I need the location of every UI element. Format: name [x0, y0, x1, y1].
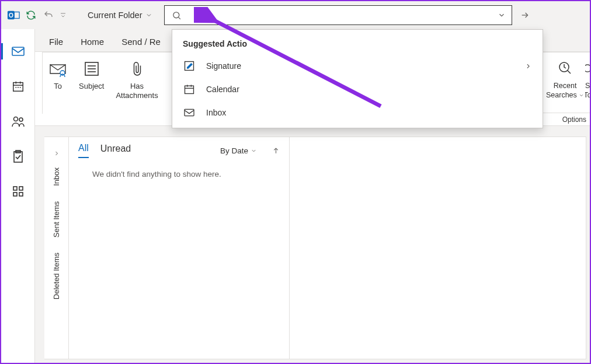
svg-rect-28: [19, 187, 23, 190]
recent-search-icon: [558, 58, 573, 79]
search-suggestions-dropdown: Suggested Actio Signature Calendar Inbox: [172, 29, 543, 128]
main-panes: Inbox Sent Items Deleted Items All Unrea…: [35, 128, 590, 363]
tab-file[interactable]: File: [47, 32, 65, 51]
svg-point-4: [173, 12, 179, 18]
svg-rect-16: [13, 83, 23, 92]
sort-button[interactable]: By Date: [220, 146, 257, 155]
suggestion-label: Calendar: [206, 85, 239, 94]
ribbon-has-attachments-button[interactable]: Has Attachments: [110, 56, 164, 114]
sync-button[interactable]: [22, 6, 40, 24]
svg-rect-30: [19, 192, 23, 196]
svg-rect-37: [185, 109, 194, 116]
chevron-down-icon: [251, 148, 257, 154]
calendar-icon: [12, 80, 25, 93]
sort-label: By Date: [220, 146, 248, 155]
svg-rect-29: [13, 192, 17, 196]
search-area: [164, 5, 536, 25]
search-scope-label: Current Folder: [88, 10, 142, 20]
filter-unread[interactable]: Unread: [100, 144, 131, 158]
folder-inbox[interactable]: Inbox: [52, 167, 61, 186]
svg-rect-15: [12, 47, 24, 55]
suggestion-inbox[interactable]: Inbox: [172, 101, 543, 124]
signature-icon: [183, 60, 196, 72]
search-box[interactable]: [164, 5, 512, 25]
svg-text:O: O: [9, 12, 13, 19]
rail-people-button[interactable]: [6, 112, 30, 131]
message-list-pane: All Unread By Date We didn't find anythi…: [69, 136, 290, 359]
rail-more-apps-button[interactable]: [6, 182, 30, 201]
svg-point-14: [585, 65, 590, 72]
ribbon-subject-label: Subject: [79, 82, 104, 91]
svg-point-24: [19, 118, 23, 121]
svg-rect-27: [13, 187, 17, 190]
rail-calendar-button[interactable]: [6, 77, 30, 96]
search-input[interactable]: [188, 6, 492, 24]
tab-home[interactable]: Home: [78, 32, 106, 51]
ribbon-recent-searches-label: Recent Searches: [546, 81, 584, 100]
ribbon-search-tools-label: S To: [585, 81, 590, 100]
outlook-logo-icon: O: [5, 6, 22, 24]
rail-tasks-button[interactable]: [6, 147, 30, 166]
ribbon-recent-searches-button[interactable]: Recent Searches: [543, 55, 585, 113]
calendar-icon: [183, 83, 196, 95]
envelope-person-icon: [48, 58, 67, 79]
mail-icon: [11, 46, 25, 57]
people-icon: [11, 115, 25, 128]
svg-line-13: [568, 71, 571, 74]
folder-sent-items[interactable]: Sent Items: [52, 201, 61, 237]
rail-mail-button[interactable]: [6, 42, 30, 61]
ribbon-right-group: Recent Searches S To Options: [542, 52, 590, 125]
svg-rect-2: [14, 12, 19, 19]
message-list-header: All Unread By Date: [69, 137, 289, 164]
ribbon-search-tools-button[interactable]: S To: [585, 55, 590, 113]
chevron-down-icon: [145, 12, 152, 19]
ribbon-subject-button[interactable]: Subject: [73, 56, 110, 114]
svg-rect-33: [185, 86, 194, 93]
suggestion-label: Signature: [206, 61, 241, 71]
mail-icon: [183, 108, 196, 117]
app-grid-icon: [12, 186, 24, 197]
tools-icon: [585, 58, 590, 79]
undo-button[interactable]: [40, 6, 57, 24]
suggestion-label: Inbox: [206, 108, 226, 117]
search-submit-button[interactable]: [514, 5, 536, 25]
search-scope-button[interactable]: Current Folder: [81, 6, 159, 24]
suggestion-signature[interactable]: Signature: [172, 54, 543, 78]
ribbon-options-label[interactable]: Options: [543, 113, 590, 125]
suggestion-calendar[interactable]: Calendar: [172, 78, 543, 101]
expand-folders-button[interactable]: [53, 150, 60, 157]
svg-point-23: [13, 117, 18, 121]
folder-minibar: Inbox Sent Items Deleted Items: [44, 136, 69, 359]
subject-lines-icon: [84, 58, 100, 79]
ribbon-has-attachments-label: Has Attachments: [116, 82, 158, 100]
chevron-right-icon: [524, 62, 532, 70]
empty-message: We didn't find anything to show here.: [69, 164, 289, 184]
titlebar: O Current Folder: [1, 1, 590, 29]
folder-deleted-items[interactable]: Deleted Items: [52, 253, 61, 299]
search-icon: [165, 10, 188, 20]
ribbon-to-label: To: [54, 82, 62, 91]
filter-all[interactable]: All: [78, 143, 89, 158]
paperclip-icon: [131, 58, 144, 79]
reading-pane: [290, 136, 586, 359]
clipboard-check-icon: [12, 149, 24, 163]
left-nav-rail: [1, 29, 35, 363]
sort-direction-button[interactable]: [272, 146, 280, 155]
ribbon-to-button[interactable]: To: [43, 56, 73, 114]
search-dropdown-icon[interactable]: [492, 11, 512, 19]
svg-line-5: [178, 17, 180, 19]
qat-customize-icon[interactable]: [57, 6, 69, 24]
quick-access-toolbar: O: [1, 6, 69, 24]
tab-send-receive[interactable]: Send / Re: [119, 32, 163, 51]
suggestions-header: Suggested Actio: [172, 36, 543, 54]
